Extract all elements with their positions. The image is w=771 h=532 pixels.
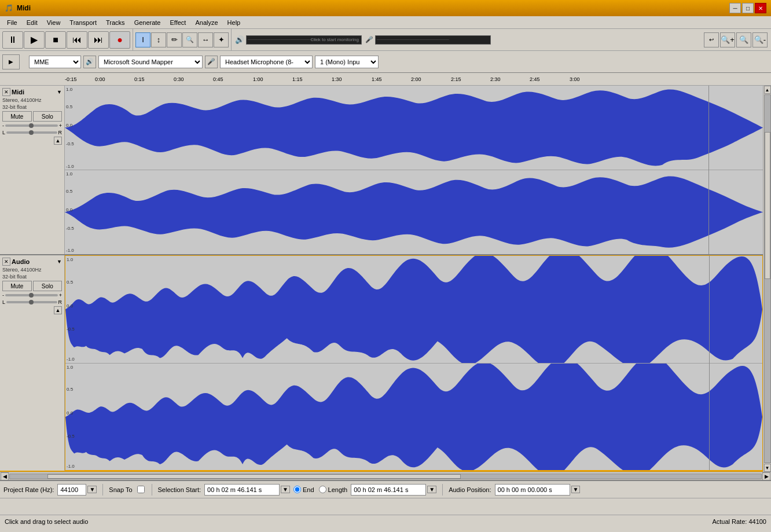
skip-back-button[interactable]: ⏮ [67,31,87,49]
project-rate-label: Project Rate (Hz): [3,486,54,493]
zoom-normal-button[interactable]: 🔍 [736,32,751,47]
end-value-field[interactable]: 00 h 02 m 46.141 s [351,484,426,496]
track-midi-waveform[interactable]: 1.0 0.5 0.0 -0.5 -1.0 [65,86,763,254]
track-audio-close[interactable]: ✕ [2,258,10,266]
zoom-out-button[interactable]: 🔍- [752,32,768,47]
ruler-tick-230: 2:30 [490,76,501,82]
track-midi-gain: - + [2,123,62,129]
vscroll-down-button[interactable]: ▼ [764,464,771,472]
menu-help[interactable]: Help [223,18,245,27]
track-audio-gain-plus: + [59,292,62,298]
track-midi-pan-left: L [2,130,5,135]
audio-position-value[interactable]: 00 h 00 m 00.000 s [495,484,570,496]
skip-fwd-button[interactable]: ⏭ [88,31,109,49]
timeshift-tool-button[interactable]: ↔ [198,32,213,47]
track-audio-gain-minus: - [2,292,4,298]
track-midi-info2: 32-bit float [2,104,62,110]
maximize-button[interactable]: □ [742,3,754,13]
menu-analyze[interactable]: Analyze [190,18,222,27]
statusbar: Project Rate (Hz): 44100 ▼ Snap To Selec… [0,480,771,515]
length-radio[interactable] [319,486,326,493]
ruler-tick-15: 0:15 [134,76,145,82]
hscrollbar: ◀ ▶ [0,472,771,480]
menu-transport[interactable]: Transport [65,18,101,27]
end-radio[interactable] [293,486,301,493]
length-radio-label[interactable]: Length [319,486,348,493]
track-midi-title-row: ✕ Midi ▼ [2,88,62,96]
statusbar-row1: Project Rate (Hz): 44100 ▼ Snap To Selec… [0,481,771,498]
hscroll-thumb[interactable] [47,474,461,479]
selection-tool-button[interactable]: I [135,32,150,47]
track-midi-pan-slider[interactable] [6,131,57,134]
track-audio-waveform[interactable]: 1.0 0.5 0.0 -0.5 -1.0 [65,255,763,471]
hscroll-right-button[interactable]: ▶ [762,472,770,480]
ruler-tick-100: 1:00 [253,76,263,82]
project-rate-dropdown-btn[interactable]: ▼ [87,486,97,493]
track-midi-ch2: 1.0 0.5 0.0 -0.5 -1.0 [65,170,763,254]
transport-section: ⏸ ▶ ■ ⏮ ⏭ ● [0,29,133,50]
volume-icon: 🔊 [235,35,244,44]
input-monitor-button[interactable]: ▶ [2,54,20,69]
playback-device-dropdown[interactable]: Microsoft Sound Mapper [98,56,203,68]
channel-dropdown[interactable]: 1 (Mono) Inpu [315,56,379,68]
menu-edit[interactable]: Edit [22,18,42,27]
record-button[interactable]: ● [109,31,130,49]
ruler: -0:15 0:00 0:15 0:30 0:45 1:00 1:15 1:30… [0,73,771,86]
track-audio-solo[interactable]: Solo [33,281,63,291]
menu-view[interactable]: View [42,18,65,27]
fit-project-button[interactable]: ↩ [704,32,719,47]
track-audio-pan-right: R [58,299,63,305]
track-audio-collapse[interactable]: ▲ [54,306,62,314]
ruler-tick-145: 1:45 [372,76,382,82]
track-audio-mute-solo: Mute Solo [2,281,62,291]
end-radio-label[interactable]: End [293,486,314,493]
tracks-and-scrollbar: ✕ Midi ▼ Stereo, 44100Hz 32-bit float Mu… [0,86,771,472]
track-audio-gain-slider[interactable] [5,294,58,296]
ruler-tick-200: 2:00 [411,76,421,82]
multi-tool-button[interactable]: ✦ [214,32,229,47]
recording-device-dropdown[interactable]: Headset Microphone (8- [220,56,313,68]
recording-vu-meter: ────────────────────── [375,35,491,45]
actual-rate-label: Actual Rate: 44100 [712,518,766,525]
track-midi-solo[interactable]: Solo [33,111,63,122]
track-audio-mute[interactable]: Mute [2,281,32,291]
snap-to-label: Snap To [109,486,132,493]
hscroll-left-button[interactable]: ◀ [1,472,9,480]
audio-position-dropdown-btn[interactable]: ▼ [571,486,581,493]
close-button[interactable]: ✕ [755,3,766,13]
track-midi-dropdown[interactable]: ▼ [57,89,62,95]
hscroll-track [9,474,762,479]
envelope-tool-button[interactable]: ↕ [151,32,166,47]
menu-generate[interactable]: Generate [130,18,166,27]
track-midi-mute[interactable]: Mute [2,111,32,122]
menu-tracks[interactable]: Tracks [101,18,130,27]
app-icon: 🎵 [5,4,13,12]
zoom-in-button[interactable]: 🔍+ [720,32,735,47]
vscrollbar[interactable]: ▲ ▼ [763,86,771,472]
track-midi-close[interactable]: ✕ [2,88,10,96]
track-midi-gain-slider[interactable] [5,124,58,127]
main-area: -0:15 0:00 0:15 0:30 0:45 1:00 1:15 1:30… [0,73,771,480]
vscroll-up-button[interactable]: ▲ [764,86,771,94]
audio-host-dropdown[interactable]: MME [29,56,81,68]
minimize-button[interactable]: ─ [729,3,741,13]
track-audio-container: ✕ Audio ▼ Stereo, 44100Hz 32-bit float M… [0,255,763,472]
vscroll-thumb[interactable] [765,132,770,279]
end-value-dropdown-btn[interactable]: ▼ [427,486,436,493]
stop-button[interactable]: ■ [45,31,66,49]
menu-file[interactable]: File [2,18,22,27]
zoom-tool-button[interactable]: 🔍 [182,32,197,47]
pause-button[interactable]: ⏸ [2,31,23,49]
selection-start-dropdown-btn[interactable]: ▼ [281,486,290,493]
track-audio-pan-slider[interactable] [6,301,57,303]
play-button[interactable]: ▶ [24,31,45,49]
track-audio-dropdown[interactable]: ▼ [57,259,62,265]
selection-start-value[interactable]: 00 h 02 m 46.141 s [204,484,280,496]
ruler-tick-115: 1:15 [292,76,303,82]
track-midi-collapse[interactable]: ▲ [54,137,62,145]
menu-effect[interactable]: Effect [166,18,191,27]
ruler-tick-130: 1:30 [332,76,342,82]
draw-tool-button[interactable]: ✏ [167,32,182,47]
snap-to-checkbox[interactable] [137,486,145,493]
ruler-tick-neg15: -0:15 [65,76,77,82]
